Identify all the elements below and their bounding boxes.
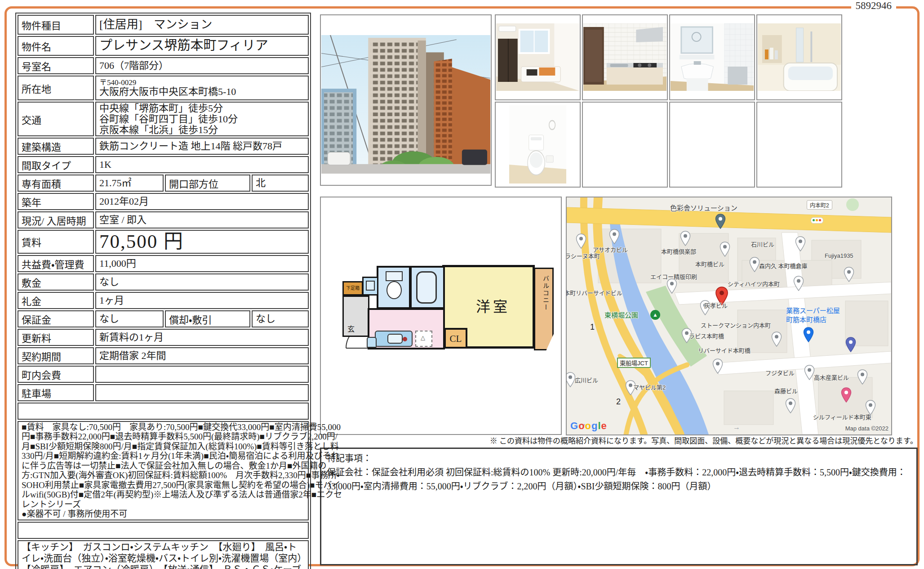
notes-header: 備 考	[18, 403, 309, 420]
toilet-room	[377, 266, 411, 309]
map-label: シティハイツ内本町	[728, 279, 780, 288]
gray-map-pin	[793, 276, 804, 293]
closet: CL	[444, 328, 467, 349]
field-label: 築年	[18, 193, 94, 210]
field-label: 交通	[18, 102, 94, 136]
map-label: フジタビル	[765, 368, 795, 377]
building-exterior-photo	[321, 35, 490, 174]
map-label: 森藤ビル	[774, 386, 798, 395]
field-value: 鉄筋コンクリート造 地上14階 総戸数78戸	[95, 138, 309, 155]
field-label: 共益費・管理費	[18, 255, 94, 272]
table-row: 敷金なし	[18, 273, 309, 291]
table-row: 賃料70,500 円	[18, 230, 309, 253]
gray-map-pin	[712, 358, 723, 376]
map-label: ラピス本町橋	[689, 332, 724, 340]
table-row: 号室名706（7階部分）	[18, 57, 309, 74]
photo-frame-empty	[756, 102, 842, 188]
table-row: 町内会費	[18, 366, 309, 383]
toilet-photo	[509, 105, 566, 184]
field-label: 町内会費	[18, 366, 94, 383]
field-label: 現況/ 入居時期	[18, 211, 94, 228]
map-label: 東船場JCT	[617, 358, 651, 368]
document-number: 5892946	[851, 0, 897, 12]
map-label: 町筋本町橋店	[786, 314, 826, 324]
field-value: 2012年02月	[95, 193, 309, 210]
map-box: 内本町2色彩舎ソリューションアサオカビルラシーヌ本町本町橋倶楽部石川ビルFuji…	[566, 197, 892, 435]
gray-map-pin	[680, 231, 691, 248]
map-label: 内本町2	[807, 200, 832, 210]
map-label: 灰孝ビル	[704, 301, 728, 309]
photo-frame-building-exterior	[320, 14, 492, 186]
toilet-tank-icon	[386, 271, 403, 281]
traffic-light-icon	[811, 217, 823, 224]
road-arrow-icon: →	[733, 423, 740, 431]
photo-frame-bathroom	[756, 14, 842, 100]
floorplan-box: 洋室 バルコニー 下足箱 玄	[320, 197, 562, 435]
map-label: マヤビル第2	[633, 383, 666, 391]
table-row: 所在地〒540-0029大阪府大阪市中央区本町橋5-10	[18, 76, 309, 100]
table-row: 交通中央線「堺筋本町」徒歩5分 谷町線「谷町四丁目」徒歩10分 京阪本線「北浜」…	[18, 102, 309, 136]
field-value: プレサンス堺筋本町フィリア	[95, 36, 309, 56]
table-row: 物件名プレサンス堺筋本町フィリア	[18, 36, 309, 56]
gray-map-pin	[749, 257, 760, 274]
field-value	[95, 384, 309, 401]
table-row: 共益費・管理費11,000円	[18, 255, 309, 272]
shoe-box: 下足箱	[342, 281, 363, 296]
field-value: 空室 / 即入	[95, 211, 309, 228]
field-value: 定期借家 2年間	[95, 347, 309, 364]
notes-text: ■賃料 家具なし:70,500円 家具あり:70,500円■鍵交換代33,000…	[22, 422, 343, 519]
map-label: 色彩舎ソリューション	[670, 203, 737, 212]
field-label: 物件名	[18, 36, 94, 56]
map-label: 東横堀公園	[604, 310, 638, 319]
field-value: なし	[95, 273, 309, 291]
table-row: 間取タイプ1K	[18, 156, 309, 173]
kitchen-hallway	[368, 308, 445, 349]
table-row: 建築構造鉄筋コンクリート造 地上14階 総戸数78戸	[18, 138, 309, 155]
washbasin-unit	[362, 277, 378, 296]
field-label: 駐車場	[18, 384, 94, 401]
field-value: なし	[252, 310, 309, 327]
field-label: 物件種目	[18, 15, 94, 35]
field-value: 〒540-0029大阪府大阪市中央区本町橋5-10	[95, 76, 309, 100]
field-label: 所在地	[18, 76, 94, 100]
special-notes-body: 保証会社：保証会社利用必須 初回保証料:総賃料の100% 更新時:20,000円…	[327, 466, 911, 493]
special-notes-box: 特記事項： 保証会社：保証会社利用必須 初回保証料:総賃料の100% 更新時:2…	[320, 448, 918, 565]
field-label: 契約期間	[18, 347, 94, 364]
gray-map-pin	[666, 278, 677, 296]
photo-frame-empty	[669, 102, 755, 188]
photo-frame-toilet	[495, 102, 581, 188]
field-label: 開口部方位	[165, 175, 250, 192]
field-value: 706（7階部分）	[95, 57, 309, 74]
field-value: [住居用] マンション	[95, 15, 309, 35]
photo-frame-empty	[582, 102, 668, 188]
property-rows: 物件種目[住居用] マンション物件名プレサンス堺筋本町フィリア号室名706（7階…	[18, 15, 309, 401]
field-value: 中央線「堺筋本町」徒歩5分 谷町線「谷町四丁目」徒歩10分 京阪本線「北浜」徒歩…	[95, 102, 309, 136]
field-label: 保証金	[18, 310, 94, 327]
map-label: 本町橋倶楽部	[661, 247, 696, 255]
gray-map-pin	[609, 229, 620, 246]
purple-map-pin	[845, 337, 856, 354]
equipment-header: 設 備	[18, 522, 309, 539]
map-label: 森内久 本町橋倉庫	[759, 261, 808, 270]
gray-map-pin	[844, 267, 854, 284]
entrance-label: 玄	[347, 323, 355, 334]
notes-cell: ■賃料 家具なし:70,500円 家具あり:70,500円■鍵交換代33,000…	[18, 421, 309, 520]
field-label: 賃料	[18, 230, 94, 253]
map-label: ラシーヌ本町	[566, 251, 600, 260]
table-row: 現況/ 入居時期空室 / 即入	[18, 211, 309, 228]
washbasin-photo	[671, 23, 754, 91]
field-value: 11,000円	[95, 255, 309, 272]
field-label: 償却・敷引	[165, 310, 250, 327]
floorplan: 洋室 バルコニー 下足箱 玄	[342, 265, 554, 357]
sink-stool-icon	[367, 337, 377, 348]
map-label: 本町橋ビル	[695, 260, 724, 268]
photo-frame-room-interior	[495, 14, 581, 100]
field-value: なし	[95, 310, 164, 327]
photo-frame-kitchen	[582, 14, 668, 100]
gray-map-pin	[566, 372, 576, 389]
map-label: 石川ビル	[751, 240, 774, 248]
blue-map-pin	[803, 327, 814, 344]
field-value	[95, 366, 309, 383]
bath-room	[410, 266, 445, 309]
map-label: 業務スーパー松屋	[786, 305, 840, 315]
